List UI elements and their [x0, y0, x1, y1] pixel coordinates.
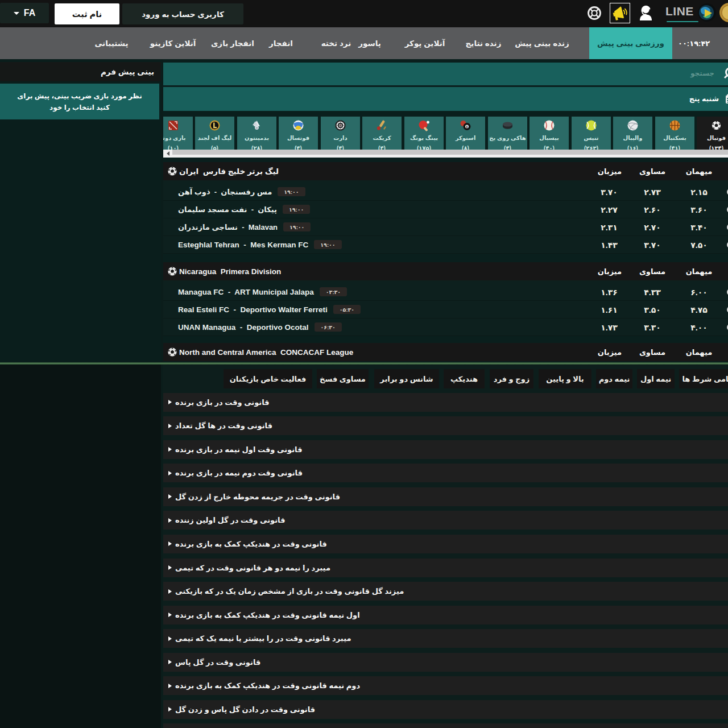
svg-text:8: 8: [466, 125, 468, 129]
